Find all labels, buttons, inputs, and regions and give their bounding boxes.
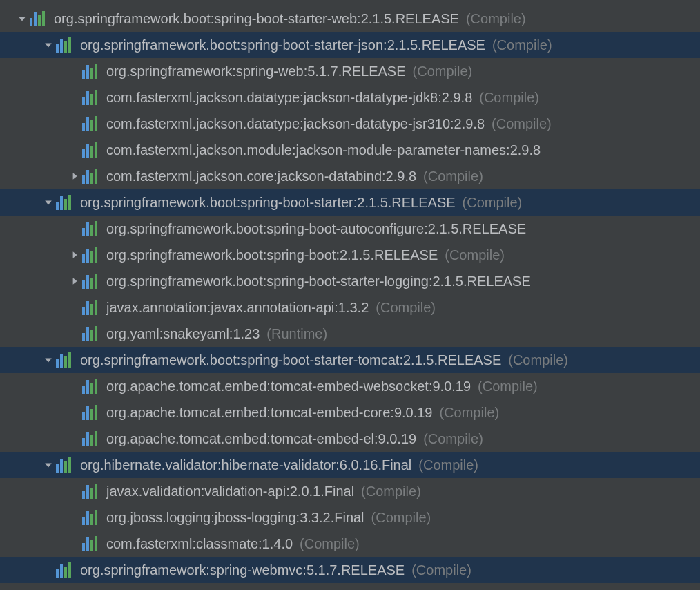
dependency-scope: (Compile) bbox=[423, 163, 483, 189]
dependency-label: com.fasterxml:classmate:1.4.0 bbox=[106, 531, 293, 557]
svg-rect-1 bbox=[34, 12, 37, 26]
dependency-row[interactable]: org.springframework:spring-webmvc:5.1.7.… bbox=[0, 557, 700, 583]
dependency-row[interactable]: javax.validation:validation-api:2.0.1.Fi… bbox=[0, 478, 700, 504]
svg-rect-59 bbox=[95, 379, 97, 394]
library-icon bbox=[81, 399, 101, 426]
svg-rect-32 bbox=[82, 228, 85, 236]
dependency-scope: (Compile) bbox=[371, 504, 431, 531]
dependency-label: org.springframework.boot:spring-boot-sta… bbox=[80, 32, 485, 58]
svg-rect-10 bbox=[90, 68, 93, 79]
svg-rect-60 bbox=[82, 412, 85, 420]
dependency-row[interactable]: com.fasterxml.jackson.datatype:jackson-d… bbox=[0, 84, 700, 111]
svg-rect-45 bbox=[86, 301, 89, 315]
dependency-row[interactable]: com.fasterxml:classmate:1.4.0(Compile) bbox=[0, 531, 700, 557]
dependency-row[interactable]: javax.annotation:javax.annotation-api:1.… bbox=[0, 294, 700, 321]
dependency-scope: (Compile) bbox=[445, 242, 505, 268]
library-icon bbox=[81, 373, 101, 399]
dependency-label: javax.validation:validation-api:2.0.1.Fi… bbox=[106, 478, 354, 504]
svg-rect-84 bbox=[56, 569, 59, 578]
dependency-scope: (Compile) bbox=[439, 399, 499, 426]
dependency-scope: (Compile) bbox=[423, 426, 483, 452]
svg-rect-15 bbox=[95, 90, 97, 105]
svg-rect-53 bbox=[60, 354, 63, 368]
dependency-label: org.apache.tomcat.embed:tomcat-embed-cor… bbox=[106, 399, 432, 426]
dependency-row[interactable]: org.hibernate.validator:hibernate-valida… bbox=[0, 452, 700, 478]
dependency-row[interactable]: org.springframework.boot:spring-boot:2.1… bbox=[0, 242, 700, 268]
dependency-row[interactable]: org.apache.tomcat.embed:tomcat-embed-cor… bbox=[0, 399, 700, 426]
svg-rect-77 bbox=[86, 511, 89, 525]
svg-rect-4 bbox=[56, 44, 59, 53]
library-icon bbox=[81, 216, 101, 242]
svg-rect-18 bbox=[90, 120, 93, 131]
dependency-label: com.fasterxml.jackson.module:jackson-mod… bbox=[106, 137, 541, 163]
svg-rect-38 bbox=[90, 251, 93, 263]
library-icon bbox=[81, 242, 101, 268]
dependency-label: javax.annotation:javax.annotation-api:1.… bbox=[106, 294, 369, 321]
svg-rect-42 bbox=[90, 278, 93, 289]
tree-expand-down-icon[interactable] bbox=[41, 461, 55, 469]
tree-expand-down-icon[interactable] bbox=[41, 198, 55, 207]
svg-rect-68 bbox=[56, 464, 59, 473]
svg-rect-75 bbox=[95, 484, 97, 499]
svg-rect-34 bbox=[90, 225, 93, 236]
svg-rect-63 bbox=[95, 405, 97, 420]
svg-rect-28 bbox=[56, 202, 59, 210]
svg-rect-43 bbox=[95, 274, 97, 289]
tree-expand-down-icon[interactable] bbox=[41, 356, 55, 364]
svg-rect-27 bbox=[95, 169, 97, 184]
library-icon bbox=[81, 163, 101, 189]
svg-rect-46 bbox=[90, 304, 93, 315]
svg-rect-30 bbox=[64, 199, 67, 210]
dependency-row[interactable]: org.apache.tomcat.embed:tomcat-embed-el:… bbox=[0, 426, 700, 452]
svg-rect-82 bbox=[90, 540, 93, 551]
dependency-row[interactable]: com.fasterxml.jackson.datatype:jackson-d… bbox=[0, 111, 700, 137]
library-icon bbox=[81, 478, 101, 504]
dependency-row[interactable]: org.springframework.boot:spring-boot-sta… bbox=[0, 268, 700, 294]
tree-expand-right-icon[interactable] bbox=[68, 172, 81, 180]
dependency-row[interactable]: org.yaml:snakeyaml:1.23(Runtime) bbox=[0, 321, 700, 347]
dependency-row[interactable]: org.springframework:spring-web:5.1.7.REL… bbox=[0, 58, 700, 84]
dependency-row[interactable]: com.fasterxml.jackson.core:jackson-datab… bbox=[0, 163, 700, 189]
library-icon bbox=[55, 557, 75, 583]
svg-rect-7 bbox=[68, 37, 71, 53]
svg-rect-37 bbox=[86, 249, 89, 263]
library-icon bbox=[81, 111, 101, 137]
svg-rect-9 bbox=[86, 65, 89, 79]
svg-rect-16 bbox=[82, 123, 85, 131]
svg-rect-17 bbox=[86, 117, 89, 131]
dependency-row[interactable]: org.springframework.boot:spring-boot-aut… bbox=[0, 216, 700, 242]
dependency-row[interactable]: org.apache.tomcat.embed:tomcat-embed-web… bbox=[0, 373, 700, 399]
dependency-row[interactable]: org.springframework.boot:spring-boot-sta… bbox=[0, 6, 700, 32]
tree-expand-down-icon[interactable] bbox=[15, 15, 29, 23]
tree-expand-right-icon[interactable] bbox=[68, 277, 81, 285]
svg-rect-54 bbox=[64, 356, 67, 368]
svg-rect-11 bbox=[95, 64, 97, 79]
svg-rect-56 bbox=[82, 386, 85, 394]
svg-rect-36 bbox=[82, 254, 85, 263]
svg-rect-23 bbox=[95, 142, 97, 158]
dependency-row[interactable]: org.springframework.boot:spring-boot-sta… bbox=[0, 189, 700, 216]
svg-rect-6 bbox=[64, 41, 67, 53]
svg-rect-35 bbox=[95, 221, 97, 236]
svg-rect-67 bbox=[95, 431, 97, 446]
tree-expand-down-icon[interactable] bbox=[41, 41, 55, 49]
dependency-row[interactable]: com.fasterxml.jackson.module:jackson-mod… bbox=[0, 137, 700, 163]
library-icon bbox=[81, 531, 101, 557]
svg-rect-48 bbox=[82, 333, 85, 341]
library-icon bbox=[81, 84, 101, 111]
dependency-label: org.apache.tomcat.embed:tomcat-embed-el:… bbox=[106, 426, 416, 452]
dependency-row[interactable]: org.springframework.boot:spring-boot-sta… bbox=[0, 347, 700, 373]
dependency-row[interactable]: org.springframework.boot:spring-boot-sta… bbox=[0, 32, 700, 58]
dependency-scope: (Compile) bbox=[492, 32, 552, 58]
svg-rect-78 bbox=[90, 514, 93, 525]
svg-rect-87 bbox=[68, 562, 71, 578]
library-icon bbox=[81, 294, 101, 321]
dependency-label: org.jboss.logging:jboss-logging:3.3.2.Fi… bbox=[106, 504, 364, 531]
dependency-row[interactable]: org.jboss.logging:jboss-logging:3.3.2.Fi… bbox=[0, 504, 700, 531]
svg-rect-65 bbox=[86, 432, 89, 446]
svg-rect-64 bbox=[82, 438, 85, 446]
tree-expand-right-icon[interactable] bbox=[68, 251, 81, 259]
svg-rect-52 bbox=[56, 359, 59, 368]
dependency-label: com.fasterxml.jackson.datatype:jackson-d… bbox=[106, 111, 485, 137]
dependency-label: org.apache.tomcat.embed:tomcat-embed-web… bbox=[106, 373, 471, 399]
